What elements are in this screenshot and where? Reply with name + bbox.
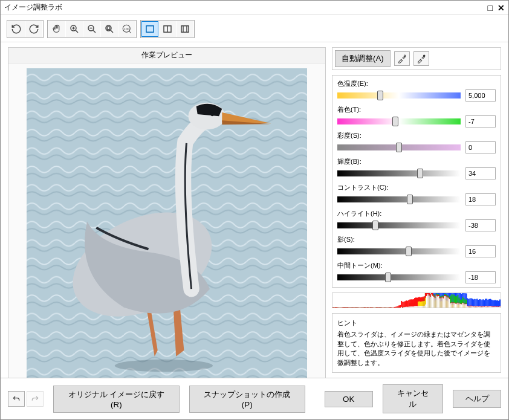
preview-image[interactable] bbox=[27, 68, 307, 378]
maximize-icon[interactable]: □ bbox=[488, 4, 493, 12]
color-temp-input[interactable] bbox=[465, 89, 496, 102]
undo-redo-group bbox=[8, 391, 44, 407]
pan-button[interactable] bbox=[48, 21, 65, 37]
saturation-slider[interactable] bbox=[337, 144, 461, 150]
highlight-slider[interactable] bbox=[337, 222, 461, 228]
svg-rect-179 bbox=[392, 308, 394, 308]
slider-saturation: 彩度(S): bbox=[337, 131, 496, 153]
view-single-button[interactable] bbox=[141, 21, 158, 37]
shadow-input[interactable] bbox=[465, 245, 496, 257]
svg-rect-98 bbox=[360, 308, 361, 308]
midtone-slider[interactable] bbox=[337, 274, 461, 280]
tint-slider[interactable] bbox=[337, 118, 461, 124]
svg-rect-232 bbox=[410, 306, 412, 308]
svg-rect-248 bbox=[415, 306, 417, 308]
svg-rect-317 bbox=[432, 296, 433, 308]
undo-button[interactable] bbox=[8, 391, 25, 407]
help-button[interactable]: ヘルプ bbox=[453, 390, 501, 408]
svg-point-26 bbox=[423, 55, 425, 57]
svg-rect-337 bbox=[437, 296, 438, 308]
view-split-v-button[interactable] bbox=[159, 21, 176, 37]
close-icon[interactable]: ✕ bbox=[498, 4, 505, 12]
right-column: 自動調整(A) 色温度(E): 着色(T): bbox=[332, 47, 501, 373]
zoom-in-icon bbox=[69, 24, 80, 34]
svg-rect-207 bbox=[403, 302, 404, 308]
svg-rect-149 bbox=[380, 307, 381, 308]
svg-rect-224 bbox=[408, 306, 409, 308]
zoom-fit-icon bbox=[104, 24, 115, 34]
contrast-slider[interactable] bbox=[337, 196, 461, 202]
contrast-input[interactable] bbox=[465, 193, 496, 205]
revert-button[interactable]: オリジナル イメージに戻す(R) bbox=[53, 386, 180, 413]
svg-rect-292 bbox=[426, 296, 427, 308]
svg-rect-565 bbox=[498, 307, 499, 308]
svg-text:100: 100 bbox=[124, 27, 129, 31]
brightness-input[interactable] bbox=[465, 167, 496, 179]
auto-adjust-button[interactable]: 自動調整(A) bbox=[335, 50, 391, 67]
svg-rect-137 bbox=[375, 307, 377, 308]
svg-rect-119 bbox=[369, 308, 370, 308]
midtone-input[interactable] bbox=[465, 271, 496, 283]
svg-rect-533 bbox=[488, 306, 490, 308]
svg-rect-437 bbox=[461, 304, 462, 308]
svg-rect-208 bbox=[403, 307, 404, 308]
zoom-in-button[interactable] bbox=[66, 21, 83, 37]
saturation-input[interactable] bbox=[465, 141, 496, 153]
svg-rect-131 bbox=[374, 308, 375, 308]
brightness-slider[interactable] bbox=[337, 170, 461, 176]
black-point-picker-button[interactable] bbox=[413, 51, 429, 66]
snapshot-button[interactable]: スナップショットの作成(P) bbox=[189, 386, 305, 413]
white-point-picker-button[interactable] bbox=[394, 51, 410, 66]
svg-rect-71 bbox=[349, 308, 351, 308]
svg-rect-220 bbox=[407, 307, 408, 308]
shadow-slider[interactable] bbox=[337, 248, 461, 254]
cancel-button[interactable]: キャンセル bbox=[383, 384, 443, 413]
redo-button[interactable] bbox=[27, 391, 44, 407]
svg-rect-529 bbox=[487, 306, 488, 308]
highlight-input[interactable] bbox=[465, 219, 496, 231]
svg-rect-200 bbox=[401, 301, 402, 308]
svg-rect-272 bbox=[421, 306, 423, 308]
tint-input[interactable] bbox=[465, 115, 496, 128]
svg-rect-549 bbox=[493, 307, 494, 308]
svg-rect-146 bbox=[379, 307, 380, 308]
svg-rect-513 bbox=[482, 306, 484, 308]
svg-rect-13 bbox=[146, 26, 154, 33]
slider-brightness: 輝度(B): bbox=[337, 157, 496, 179]
svg-rect-53 bbox=[342, 307, 343, 308]
svg-line-1 bbox=[76, 30, 78, 33]
zoom-fit-button[interactable] bbox=[101, 21, 118, 37]
view-split-h-button[interactable] bbox=[177, 21, 193, 37]
svg-rect-493 bbox=[476, 306, 478, 308]
svg-rect-50 bbox=[341, 308, 342, 308]
svg-rect-267 bbox=[420, 306, 421, 308]
svg-rect-332 bbox=[436, 296, 437, 308]
svg-rect-62 bbox=[346, 307, 347, 308]
redo-icon bbox=[30, 394, 40, 404]
svg-rect-452 bbox=[464, 304, 465, 308]
svg-rect-68 bbox=[348, 307, 349, 308]
color-temp-slider[interactable] bbox=[337, 92, 461, 99]
ok-button[interactable]: OK bbox=[325, 391, 373, 407]
svg-rect-469 bbox=[469, 306, 470, 308]
svg-rect-417 bbox=[456, 303, 458, 308]
zoom-100-button[interactable]: 100 bbox=[118, 21, 135, 37]
svg-rect-44 bbox=[339, 308, 340, 308]
svg-rect-80 bbox=[353, 307, 354, 308]
svg-rect-176 bbox=[391, 308, 392, 308]
svg-point-24 bbox=[115, 360, 213, 372]
rotate-cw-button[interactable] bbox=[25, 21, 42, 37]
svg-rect-228 bbox=[409, 306, 410, 308]
svg-rect-89 bbox=[357, 307, 358, 308]
svg-rect-16 bbox=[181, 26, 189, 33]
svg-rect-387 bbox=[449, 299, 450, 308]
svg-rect-56 bbox=[343, 307, 345, 308]
hand-icon bbox=[51, 24, 62, 34]
svg-rect-545 bbox=[492, 307, 493, 308]
eyedropper-black-icon bbox=[417, 54, 426, 63]
svg-rect-461 bbox=[467, 306, 468, 308]
svg-rect-240 bbox=[413, 306, 414, 308]
rotate-ccw-button[interactable] bbox=[8, 21, 25, 37]
svg-rect-525 bbox=[486, 306, 487, 308]
zoom-out-button[interactable] bbox=[83, 21, 100, 37]
